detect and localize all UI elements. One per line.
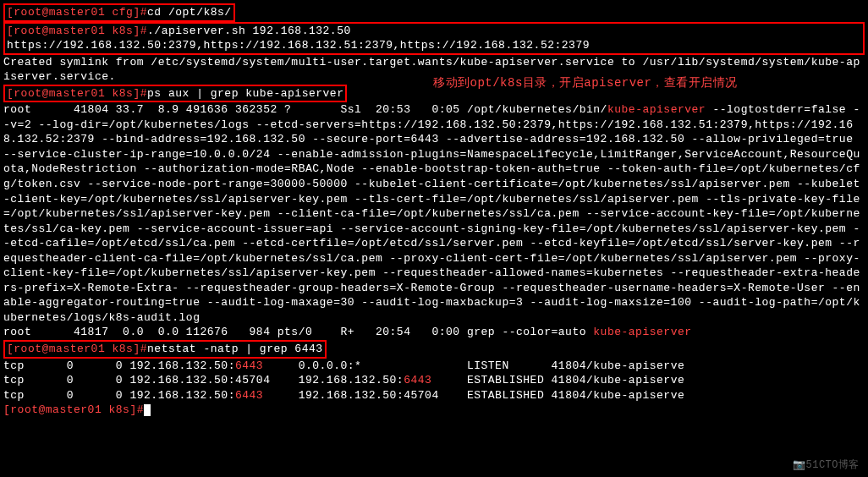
cursor-icon bbox=[144, 404, 151, 416]
ps-body: --logtostderr=false --v=2 --log-dir=/opt… bbox=[3, 103, 860, 324]
cmd-line-netstat[interactable]: [root@master01 k8s]#netstat -natp | grep… bbox=[3, 340, 865, 359]
prompt: [root@master01 k8s]# bbox=[7, 25, 147, 37]
ps-prefix: root 41804 33.7 8.9 491636 362352 ? Ssl … bbox=[3, 103, 607, 116]
cmd-ps: ps aux | grep kube-apiserver bbox=[147, 87, 343, 100]
netstat-row: tcp 0 0 192.168.132.50:6443 0.0.0.0:* LI… bbox=[3, 359, 865, 374]
prompt: [root@master01 cfg]# bbox=[7, 6, 147, 19]
netstat-output: tcp 0 0 192.168.132.50:6443 0.0.0.0:* LI… bbox=[3, 359, 865, 403]
watermark: 📷51CTO博客 bbox=[793, 458, 860, 472]
netstat-row: tcp 0 0 192.168.132.50:6443 192.168.132.… bbox=[3, 388, 865, 403]
prompt-final[interactable]: [root@master01 k8s]# bbox=[3, 403, 865, 418]
prompt: [root@master01 k8s]# bbox=[3, 403, 144, 416]
prompt: [root@master01 k8s]# bbox=[7, 343, 147, 355]
grep-output: root 41817 0.0 0.0 112676 984 pts/0 R+ 2… bbox=[3, 325, 865, 340]
cmd-cd: cd /opt/k8s/ bbox=[147, 6, 232, 19]
cmd-netstat: netstat -natp | grep 6443 bbox=[147, 343, 323, 355]
cmd-line-apiserver[interactable]: [root@master01 k8s]#./apiserver.sh 192.1… bbox=[3, 22, 865, 55]
grep-prefix: root 41817 0.0 0.0 112676 984 pts/0 R+ 2… bbox=[3, 326, 593, 338]
grep-highlight: kube-apiserver bbox=[593, 326, 691, 338]
ps-output: root 41804 33.7 8.9 491636 362352 ? Ssl … bbox=[3, 102, 865, 325]
cmd-line-cd[interactable]: [root@master01 cfg]#cd /opt/k8s/ bbox=[3, 3, 865, 22]
ps-highlight: kube-apiserver bbox=[607, 103, 706, 116]
annotation-text: 移动到opt/k8s目录，开启apiserver，查看开启情况 bbox=[433, 75, 738, 91]
netstat-row: tcp 0 0 192.168.132.50:45704 192.168.132… bbox=[3, 373, 865, 388]
prompt: [root@master01 k8s]# bbox=[7, 87, 147, 100]
